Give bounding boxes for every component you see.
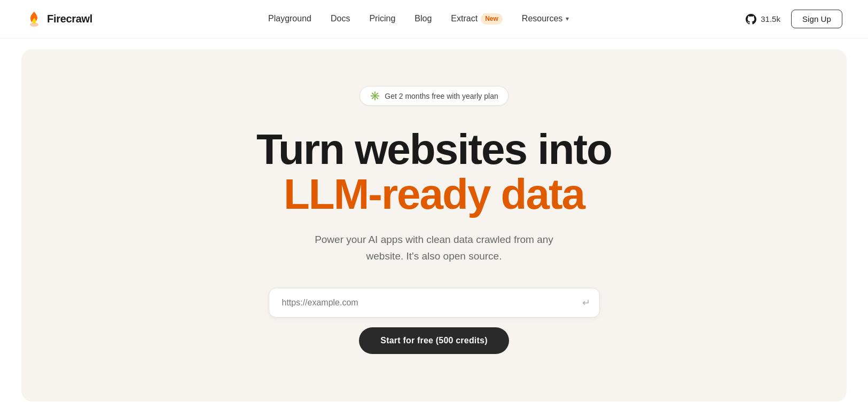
promo-pill-text: Get 2 months free with yearly plan (385, 92, 498, 100)
hero-section: ✳️ Get 2 months free with yearly plan Tu… (21, 49, 847, 402)
nav-link-pricing[interactable]: Pricing (369, 14, 395, 23)
promo-pill-icon: ✳️ (370, 91, 380, 101)
logo-area[interactable]: Firecrawl (26, 11, 92, 28)
hero-title-line2: LLM-ready data (284, 172, 584, 217)
nav-link-blog[interactable]: Blog (415, 14, 432, 23)
extract-new-badge: New (481, 13, 503, 25)
logo-text: Firecrawl (47, 13, 92, 25)
url-input[interactable] (269, 288, 600, 318)
signup-button[interactable]: Sign Up (791, 10, 842, 28)
start-free-button[interactable]: Start for free (500 credits) (359, 327, 509, 354)
github-stars-count: 31.5k (761, 14, 780, 23)
nav-extract-wrapper[interactable]: Extract New (451, 13, 502, 25)
navbar-right: 31.5k Sign Up (745, 10, 842, 28)
hero-title-line1: Turn websites into (256, 127, 612, 172)
nav-link-playground[interactable]: Playground (268, 14, 311, 23)
nav-link-docs[interactable]: Docs (331, 14, 350, 23)
nav-resources-wrapper[interactable]: Resources ▾ (522, 14, 569, 23)
nav-links: Playground Docs Pricing Blog Extract New… (268, 13, 569, 25)
github-link[interactable]: 31.5k (745, 13, 780, 26)
flame-logo-icon (26, 11, 43, 28)
nav-link-extract[interactable]: Extract (451, 14, 478, 23)
nav-link-resources[interactable]: Resources (522, 14, 562, 23)
navbar: Firecrawl Playground Docs Pricing Blog E… (0, 0, 868, 38)
resources-chevron-icon: ▾ (566, 15, 569, 22)
promo-pill[interactable]: ✳️ Get 2 months free with yearly plan (359, 86, 508, 106)
github-icon (745, 13, 757, 26)
hero-subtitle: Power your AI apps with clean data crawl… (295, 232, 573, 264)
url-input-wrapper: ↵ (269, 288, 600, 318)
